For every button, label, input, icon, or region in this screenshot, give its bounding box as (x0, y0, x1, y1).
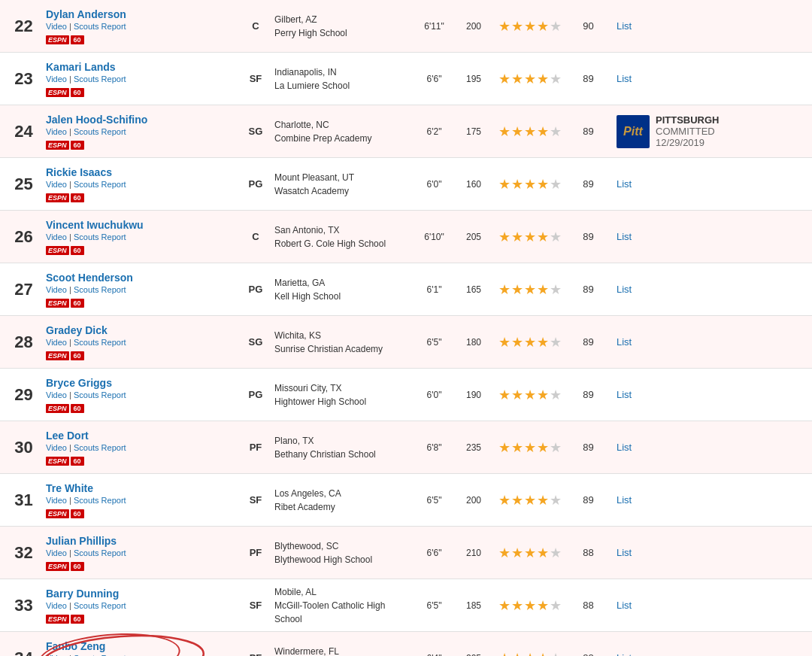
list-link[interactable]: List (617, 73, 632, 84)
list-link[interactable]: List (617, 336, 632, 348)
espn-num: 60 (71, 457, 84, 466)
city-state: Mobile, AL (274, 585, 414, 599)
height: 6'8" (414, 442, 455, 453)
scouts-report-link[interactable]: Scouts Report (74, 654, 126, 657)
weight: 205 (455, 232, 492, 242)
star-empty: ★ (550, 387, 562, 402)
weight: 175 (455, 126, 492, 137)
scouts-report-link[interactable]: Scouts Report (74, 338, 126, 347)
list-link[interactable]: List (617, 284, 632, 295)
video-link[interactable]: Video (46, 74, 67, 84)
list-link[interactable]: List (617, 20, 632, 32)
position: PF (237, 547, 274, 558)
recruit-name[interactable]: Lee Dort (46, 430, 89, 442)
table-row: 28 Gradey Dick Video | Scouts Report ESP… (0, 316, 812, 369)
name-wrapper: Barry Dunning (46, 588, 119, 601)
recruit-name[interactable]: Dylan Anderson (46, 8, 126, 20)
list-link[interactable]: List (617, 652, 632, 656)
school-name: La Lumiere School (274, 79, 414, 93)
video-link[interactable]: Video (46, 180, 67, 189)
list-link[interactable]: List (617, 442, 632, 453)
recruit-name[interactable]: Jalen Hood-Schifino (46, 114, 147, 126)
city-state: Windermere, FL (274, 645, 414, 657)
espn-badge: ESPN 60 (46, 246, 84, 255)
weight: 235 (455, 442, 492, 453)
list-link[interactable]: List (617, 231, 632, 242)
star-filled: ★ (537, 71, 550, 87)
recruit-name[interactable]: Bryce Griggs (46, 377, 112, 389)
list-link[interactable]: List (617, 389, 632, 400)
recruit-name[interactable]: Barry Dunning (46, 588, 119, 600)
star-filled: ★ (498, 493, 511, 508)
video-link[interactable]: Video (46, 390, 67, 399)
recruit-links: Video | Scouts Report (46, 601, 237, 610)
table-row: 31 Tre White Video | Scouts Report ESPN … (0, 474, 812, 527)
scouts-report-link[interactable]: Scouts Report (74, 601, 126, 610)
weight: 200 (455, 495, 492, 506)
scouts-report-link[interactable]: Scouts Report (74, 22, 126, 31)
stars: ★★★★★ (492, 281, 568, 298)
espn-num: 60 (71, 246, 84, 255)
school-name: Hightower High School (274, 395, 414, 408)
star-filled: ★ (498, 282, 511, 297)
recruit-name[interactable]: Fanbo Zeng (46, 640, 105, 652)
recruit-links: Video | Scouts Report (46, 443, 237, 452)
star-filled: ★ (537, 124, 550, 139)
star-filled: ★ (511, 545, 524, 560)
espn-logo: ESPN (46, 88, 69, 97)
recruit-name[interactable]: Julian Phillips (46, 535, 117, 547)
recruit-name[interactable]: Tre White (46, 482, 93, 494)
star-filled: ★ (498, 229, 511, 244)
rank: 29 (0, 385, 41, 405)
list-link[interactable]: List (617, 600, 632, 611)
rating: 88 (568, 600, 609, 611)
commit-col: List (609, 600, 812, 611)
commit-badge: Pitt PITTSBURGH COMMITTED 12/29/2019 (617, 114, 812, 148)
scouts-report-link[interactable]: Scouts Report (74, 180, 126, 189)
name-col: Kamari Lands Video | Scouts Report ESPN … (41, 61, 237, 97)
name-col: Gradey Dick Video | Scouts Report ESPN 6… (41, 324, 237, 360)
stars: ★★★★★ (492, 650, 568, 657)
recruit-name[interactable]: Scoot Henderson (46, 272, 133, 284)
video-link[interactable]: Video (46, 338, 67, 347)
video-link[interactable]: Video (46, 22, 67, 31)
recruit-name[interactable]: Vincent Iwuchukwu (46, 219, 144, 231)
scouts-report-link[interactable]: Scouts Report (74, 496, 126, 505)
list-link[interactable]: List (617, 494, 632, 506)
list-link[interactable]: List (617, 178, 632, 190)
star-filled: ★ (498, 335, 511, 350)
scouts-report-link[interactable]: Scouts Report (74, 232, 126, 241)
scouts-report-link[interactable]: Scouts Report (74, 443, 126, 452)
recruit-name[interactable]: Gradey Dick (46, 324, 108, 336)
name-col: Scoot Henderson Video | Scouts Report ES… (41, 272, 237, 308)
list-link[interactable]: List (617, 547, 632, 558)
recruit-name[interactable]: Kamari Lands (46, 61, 116, 73)
recruit-links: Video | Scouts Report (46, 22, 237, 31)
location: Indianapolis, IN La Lumiere School (274, 65, 414, 93)
scouts-report-link[interactable]: Scouts Report (74, 285, 126, 294)
recruit-links: Video | Scouts Report (46, 654, 237, 657)
video-link[interactable]: Video (46, 127, 67, 136)
school-name: Robert G. Cole High School (274, 237, 414, 251)
espn-logo: ESPN (46, 141, 69, 150)
weight: 195 (455, 74, 492, 84)
recruit-name[interactable]: Rickie Isaacs (46, 166, 112, 178)
name-wrapper: Bryce Griggs (46, 377, 112, 390)
scouts-report-link[interactable]: Scouts Report (74, 548, 126, 557)
video-link[interactable]: Video (46, 601, 67, 610)
video-link[interactable]: Video (46, 654, 67, 657)
name-wrapper: Dylan Anderson (46, 8, 126, 22)
rating: 89 (568, 284, 609, 295)
scouts-report-link[interactable]: Scouts Report (74, 74, 126, 84)
scouts-report-link[interactable]: Scouts Report (74, 127, 126, 136)
scouts-report-link[interactable]: Scouts Report (74, 390, 126, 399)
name-wrapper: Jalen Hood-Schifino (46, 114, 147, 127)
video-link[interactable]: Video (46, 496, 67, 505)
video-link[interactable]: Video (46, 443, 67, 452)
video-link[interactable]: Video (46, 548, 67, 557)
video-link[interactable]: Video (46, 285, 67, 294)
commit-col: List (609, 494, 812, 506)
espn-badge: ESPN 60 (46, 457, 84, 466)
video-link[interactable]: Video (46, 232, 67, 241)
espn-badge: ESPN 60 (46, 88, 84, 97)
